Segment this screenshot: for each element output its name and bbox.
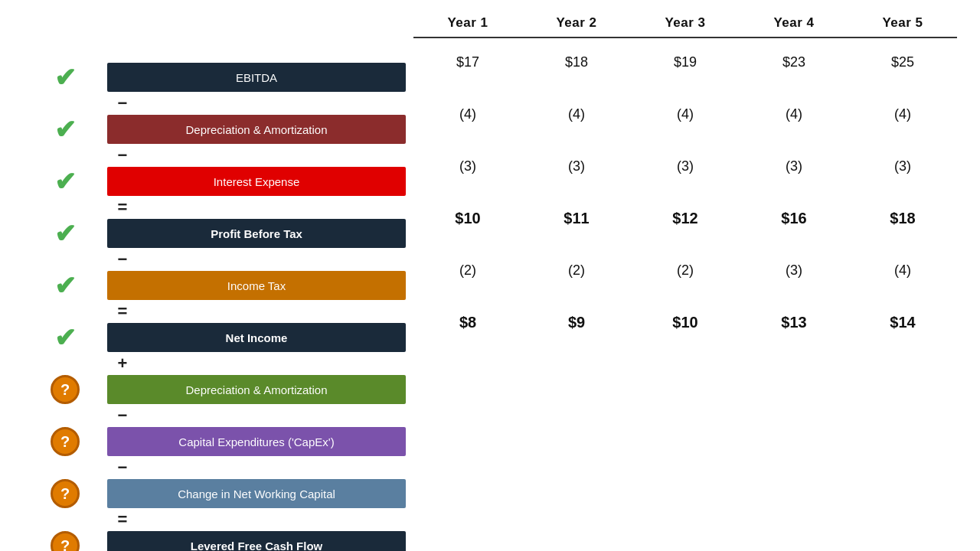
operator-symbol-ebitda: − [107,93,138,113]
spacer-da1 [413,132,957,148]
data-row-pbt: $10$11$12$16$18 [413,201,957,236]
label-box-nwc: Change in Net Working Capital [107,479,406,508]
cell-da1-year1: (4) [413,106,522,122]
cell-da1-year5: (4) [848,106,957,122]
data-row-net-income: $8$9$10$13$14 [413,305,957,340]
item-row-da1: ✔Depreciation & Amortization [23,112,406,147]
operator-row-income-tax: = [23,303,406,320]
operator-row-net-income: + [23,355,406,372]
item-row-net-income: ✔Net Income [23,320,406,355]
data-rows: $17$18$19$23$25(4)(4)(4)(4)(4)(3)(3)(3)(… [413,44,957,548]
cell-da1-year3: (4) [631,106,740,122]
label-box-interest: Interest Expense [107,167,406,196]
cell-income-tax-year5: (4) [848,262,957,279]
cell-net-income-year1: $8 [413,314,522,331]
label-box-ebitda: EBITDA [107,63,406,92]
operator-symbol-income-tax: = [107,302,138,321]
cell-interest-year5: (3) [848,158,957,174]
icon-col-lfcf: ? [23,531,107,551]
operator-row-nwc: = [23,511,406,528]
data-row-ebitda: $17$18$19$23$25 [413,44,957,80]
cell-ebitda-year4: $23 [740,54,848,70]
icon-col-pbt: ✔ [23,218,107,249]
question-badge-capex: ? [51,427,80,456]
label-box-da1: Depreciation & Amortization [107,115,406,144]
cell-pbt-year5: $18 [848,210,957,227]
cell-interest-year2: (3) [522,158,631,174]
year-header-5: Year 5 [848,15,957,31]
main-container: ✔EBITDA−✔Depreciation & Amortization−✔In… [0,0,980,551]
check-icon-income-tax: ✔ [54,270,76,301]
data-row-lfcf [413,513,957,548]
cell-net-income-year3: $10 [631,314,740,331]
item-row-capex: ?Capital Expenditures ('CapEx') [23,424,406,459]
cell-income-tax-year2: (2) [522,262,631,279]
right-panel: Year 1Year 2Year 3Year 4Year 5 $17$18$19… [406,15,957,551]
label-box-pbt: Profit Before Tax [107,219,406,248]
check-icon-ebitda: ✔ [54,62,76,93]
cell-interest-year3: (3) [631,158,740,174]
icon-col-income-tax: ✔ [23,270,107,301]
question-badge-nwc: ? [51,479,80,508]
data-row-da1: (4)(4)(4)(4)(4) [413,96,957,132]
cell-income-tax-year4: (3) [740,262,848,279]
operator-symbol-da1: − [107,145,138,165]
operator-row-interest: = [23,199,406,216]
operator-symbol-pbt: − [107,249,138,269]
cell-interest-year4: (3) [740,158,848,174]
icon-col-interest: ✔ [23,166,107,197]
icon-col-da2: ? [23,375,107,404]
operator-row-da1: − [23,147,406,164]
cell-da1-year2: (4) [522,106,631,122]
cell-net-income-year4: $13 [740,314,848,331]
operator-symbol-net-income: + [107,354,138,373]
spacer-net-income [413,340,957,357]
label-box-income-tax: Income Tax [107,271,406,300]
operator-row-da2: − [23,407,406,424]
cell-pbt-year4: $16 [740,210,848,227]
operator-symbol-capex: − [107,458,138,478]
item-row-da2: ?Depreciation & Amortization [23,372,406,407]
check-icon-net-income: ✔ [54,322,76,353]
cell-pbt-year1: $10 [413,210,522,227]
label-box-lfcf: Levered Free Cash Flow [107,531,406,551]
spacer-capex [413,444,957,461]
cell-income-tax-year1: (2) [413,262,522,279]
year-header-1: Year 1 [413,15,522,31]
item-row-pbt: ✔Profit Before Tax [23,216,406,251]
cell-ebitda-year3: $19 [631,54,740,70]
operator-symbol-nwc: = [107,510,138,530]
cell-interest-year1: (3) [413,158,522,174]
cell-net-income-year5: $14 [848,314,957,331]
icon-col-net-income: ✔ [23,322,107,353]
left-rows: ✔EBITDA−✔Depreciation & Amortization−✔In… [23,60,406,551]
check-icon-da1: ✔ [54,114,76,145]
cell-net-income-year2: $9 [522,314,631,331]
spacer-interest [413,184,957,201]
icon-col-ebitda: ✔ [23,62,107,93]
cell-income-tax-year3: (2) [631,262,740,279]
cell-ebitda-year2: $18 [522,54,631,70]
cell-pbt-year3: $12 [631,210,740,227]
data-row-da2 [413,357,957,392]
data-row-capex [413,409,957,444]
question-badge-lfcf: ? [51,531,80,551]
item-row-nwc: ?Change in Net Working Capital [23,476,406,511]
cell-ebitda-year1: $17 [413,54,522,70]
data-row-nwc [413,461,957,496]
operator-row-capex: − [23,459,406,476]
left-panel: ✔EBITDA−✔Depreciation & Amortization−✔In… [23,15,406,551]
operator-row-pbt: − [23,251,406,268]
item-row-income-tax: ✔Income Tax [23,268,406,303]
cell-ebitda-year5: $25 [848,54,957,70]
item-row-lfcf: ?Levered Free Cash Flow [23,528,406,551]
icon-col-capex: ? [23,427,107,456]
icon-col-da1: ✔ [23,114,107,145]
check-icon-interest: ✔ [54,166,76,197]
label-box-net-income: Net Income [107,323,406,352]
spacer-ebitda [413,80,957,96]
label-box-capex: Capital Expenditures ('CapEx') [107,427,406,456]
cell-da1-year4: (4) [740,106,848,122]
label-box-da2: Depreciation & Amortization [107,375,406,404]
spacer-da2 [413,392,957,409]
